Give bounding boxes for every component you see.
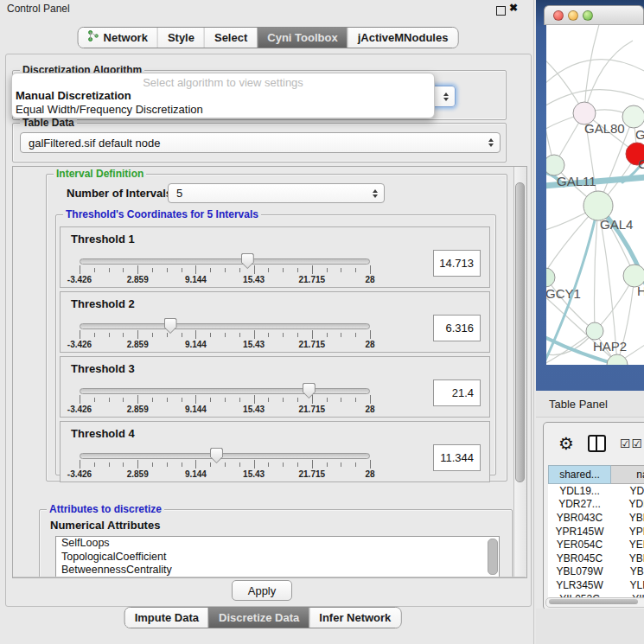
list-scrollbar-thumb[interactable] bbox=[488, 539, 498, 575]
slider-tick-labels: -3.4262.8599.14415.4321.71528 bbox=[80, 275, 370, 285]
network-node[interactable] bbox=[546, 268, 555, 287]
apply-button[interactable]: Apply bbox=[232, 580, 292, 601]
tick-mark bbox=[137, 265, 138, 274]
tick-label: 28 bbox=[365, 340, 374, 349]
tick-mark bbox=[167, 398, 168, 402]
tab-discretize-data[interactable]: Discretize Data bbox=[208, 608, 309, 628]
attribute-list-item[interactable]: SelfLoops bbox=[56, 537, 499, 551]
close-icon[interactable]: ✖ bbox=[509, 2, 518, 14]
tick-mark bbox=[239, 333, 240, 337]
table-row[interactable]: YBL079WYBL0 bbox=[548, 565, 644, 579]
table-row[interactable]: YDL19...YDL1 bbox=[548, 484, 644, 498]
tick-mark bbox=[268, 462, 269, 467]
table-row[interactable]: YLR345WYLR3 bbox=[548, 578, 644, 592]
threshold-value-box[interactable]: 6.316 bbox=[433, 315, 481, 341]
tab-label: Network bbox=[104, 30, 148, 45]
slider-track[interactable] bbox=[80, 453, 370, 459]
tick-mark bbox=[109, 462, 110, 467]
vertical-scrollbar[interactable] bbox=[513, 167, 526, 577]
table-panel-header: Table Panel bbox=[536, 391, 644, 418]
threshold-slider[interactable]: -3.4262.8599.14415.4321.71528 bbox=[78, 251, 372, 287]
slider-track[interactable] bbox=[80, 323, 370, 329]
number-of-intervals-combobox[interactable]: 5 bbox=[168, 183, 385, 203]
threshold-value-box[interactable]: 14.713 bbox=[433, 250, 481, 277]
numerical-attributes-list[interactable]: SelfLoopsTopologicalCoefficientBetweenne… bbox=[55, 536, 500, 578]
tab-jactivemnodules[interactable]: jActiveMNodules bbox=[348, 28, 458, 48]
table-data-group: Table Data galFiltered.sif default node bbox=[12, 123, 507, 163]
window-close-icon[interactable] bbox=[553, 10, 564, 21]
tick-label: 21.715 bbox=[299, 340, 326, 349]
tick-mark bbox=[239, 462, 240, 467]
tick-mark bbox=[370, 395, 371, 404]
window-zoom-icon[interactable] bbox=[583, 10, 593, 21]
threshold-slider[interactable]: -3.4262.8599.14415.4321.71528 bbox=[78, 445, 372, 481]
column-header-name[interactable]: na bbox=[611, 465, 644, 484]
tab-network[interactable]: Network bbox=[79, 28, 157, 48]
threshold-value-box[interactable]: 11.344 bbox=[433, 444, 481, 471]
screen: Control Panel ✖ NetworkStyleSelectCyni T… bbox=[0, 0, 644, 644]
table-row[interactable]: YPR145WYPR1 bbox=[548, 525, 644, 539]
window-minimize-icon[interactable] bbox=[568, 10, 578, 21]
tick-mark bbox=[80, 460, 80, 469]
tick-label: 15.43 bbox=[243, 340, 265, 349]
tick-mark bbox=[341, 333, 341, 337]
tab-infer-network[interactable]: Infer Network bbox=[309, 608, 400, 628]
network-window-titlebar[interactable] bbox=[544, 5, 644, 25]
network-node[interactable] bbox=[583, 191, 613, 220]
tick-mark bbox=[297, 462, 298, 467]
tab-select[interactable]: Select bbox=[204, 28, 257, 48]
slider-track[interactable] bbox=[80, 258, 370, 265]
tab-impute-data[interactable]: Impute Data bbox=[125, 608, 208, 628]
tab-cyni-toolbox[interactable]: Cyni Toolbox bbox=[257, 28, 347, 48]
checkboxes-icon[interactable]: ☑☑ bbox=[620, 437, 643, 450]
table-cell: YDR2 bbox=[611, 498, 644, 512]
tick-mark bbox=[327, 268, 328, 272]
tab-style[interactable]: Style bbox=[157, 28, 204, 48]
tick-mark bbox=[355, 462, 356, 467]
table-row[interactable]: YER054CYER0 bbox=[548, 538, 644, 552]
control-panel-title: Control Panel bbox=[7, 3, 70, 15]
horizontal-scrollbar[interactable] bbox=[545, 597, 644, 608]
attribute-list-item[interactable]: BetweennessCentrality bbox=[56, 564, 499, 577]
tick-mark bbox=[137, 460, 138, 469]
network-canvas[interactable]: GAL80GCGAL11GAL4GCY1HHAP2 bbox=[546, 25, 644, 365]
tick-mark bbox=[109, 268, 110, 272]
tick-mark bbox=[297, 268, 298, 272]
tab-label: Style bbox=[168, 30, 194, 45]
dropdown-option[interactable]: Equal Width/Frequency Discretization bbox=[12, 103, 434, 117]
panel-splitter[interactable] bbox=[533, 0, 534, 644]
tick-mark bbox=[182, 268, 182, 272]
column-header-shared-name[interactable]: shared... bbox=[548, 465, 611, 484]
tick-label: 15.43 bbox=[243, 275, 265, 284]
table-row[interactable]: YDR27...YDR2 bbox=[548, 498, 644, 512]
split-columns-icon[interactable] bbox=[588, 435, 606, 452]
dropdown-option[interactable]: Manual Discretization bbox=[12, 89, 434, 103]
threshold-panel: Threshold 4 -3.4262.8599.14415.4321.7152… bbox=[60, 421, 490, 482]
slider-track[interactable] bbox=[80, 388, 370, 394]
network-node[interactable] bbox=[586, 322, 603, 340]
table-row[interactable]: YBR043CYBR0 bbox=[548, 511, 644, 525]
table-data-combobox[interactable]: galFiltered.sif default node bbox=[20, 132, 501, 153]
attribute-list-item[interactable]: TopologicalCoefficient bbox=[56, 551, 499, 564]
network-icon bbox=[88, 30, 99, 45]
float-window-icon[interactable] bbox=[496, 6, 506, 16]
threshold-slider[interactable]: -3.4262.8599.14415.4321.71528 bbox=[78, 380, 372, 417]
table-row[interactable]: YBR045CYBR0 bbox=[548, 552, 644, 565]
tick-mark bbox=[167, 268, 168, 272]
network-node[interactable] bbox=[622, 105, 644, 128]
tick-mark bbox=[182, 398, 182, 402]
tick-label: 2.859 bbox=[127, 275, 149, 284]
tick-mark bbox=[297, 333, 298, 337]
divider bbox=[13, 577, 526, 577]
gear-icon[interactable]: ⚙ bbox=[558, 435, 574, 452]
tick-mark bbox=[327, 398, 328, 402]
threshold-value-box[interactable]: 21.4 bbox=[433, 379, 481, 406]
thresholds-group: Threshold's Coordinates for 5 Intervals … bbox=[55, 214, 496, 475]
threshold-slider[interactable]: -3.4262.8599.14415.4321.71528 bbox=[78, 316, 372, 352]
tick-mark bbox=[312, 265, 313, 274]
horizontal-scrollbar-thumb[interactable] bbox=[549, 599, 638, 604]
tick-mark bbox=[109, 398, 110, 402]
vertical-scrollbar-thumb[interactable] bbox=[515, 182, 525, 482]
network-node[interactable] bbox=[546, 155, 564, 175]
tick-mark bbox=[283, 333, 284, 337]
